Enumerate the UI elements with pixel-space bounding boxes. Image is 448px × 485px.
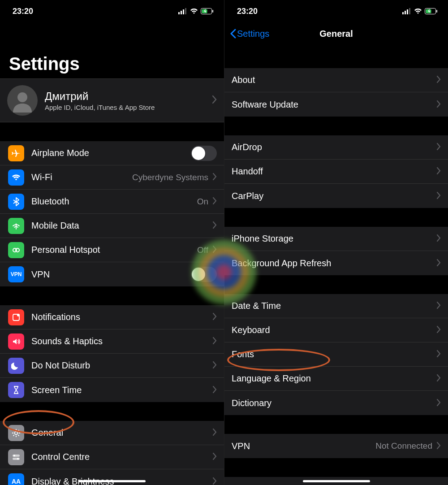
row-vpn[interactable]: VPN Not Connected	[224, 434, 448, 458]
row-storage[interactable]: iPhone Storage	[224, 227, 448, 251]
svg-point-17	[17, 458, 19, 459]
about-label: About	[232, 75, 434, 85]
avatar	[7, 85, 38, 116]
row-bluetooth[interactable]: Bluetooth On	[0, 190, 224, 214]
software-update-label: Software Update	[232, 100, 434, 110]
row-language-region[interactable]: Language & Region	[224, 367, 448, 391]
chevron-right-icon	[437, 373, 441, 384]
phone-settings: 23:20 Settings Дмитрий Apple ID, iCloud,…	[0, 0, 224, 485]
row-hotspot[interactable]: Personal Hotspot Off	[0, 238, 224, 262]
row-keyboard[interactable]: Keyboard	[224, 318, 448, 342]
status-time: 23:20	[13, 7, 33, 16]
carplay-label: CarPlay	[232, 191, 434, 201]
svg-rect-0	[178, 12, 180, 14]
svg-rect-1	[181, 11, 182, 14]
chevron-right-icon	[213, 452, 217, 462]
status-bar: 23:20	[224, 0, 448, 22]
antenna-icon	[8, 218, 24, 234]
notifications-icon	[8, 309, 24, 325]
row-bg-refresh[interactable]: Background App Refresh	[224, 251, 448, 275]
status-time: 23:20	[237, 7, 258, 16]
hotspot-value: Off	[197, 245, 208, 255]
home-indicator[interactable]	[303, 480, 370, 482]
account-row[interactable]: Дмитрий Apple ID, iCloud, iTunes & App S…	[0, 78, 224, 122]
vpn-toggle[interactable]	[191, 267, 217, 282]
chevron-right-icon	[437, 441, 441, 451]
hourglass-icon	[8, 382, 24, 398]
wifi-icon	[190, 8, 198, 14]
airplane-toggle[interactable]	[191, 146, 217, 161]
row-wifi[interactable]: Wi-Fi Cyberdyne Systems	[0, 165, 224, 190]
row-software-update[interactable]: Software Update	[224, 92, 448, 117]
row-fonts[interactable]: Fonts	[224, 342, 448, 367]
chevron-right-icon	[213, 312, 217, 322]
chevron-right-icon	[213, 196, 217, 207]
row-date-time[interactable]: Date & Time	[224, 294, 448, 318]
row-control-centre[interactable]: Control Centre	[0, 445, 224, 469]
row-airplane[interactable]: Airplane Mode	[0, 141, 224, 165]
row-sounds[interactable]: Sounds & Haptics	[0, 329, 224, 354]
group-about: About Software Update	[224, 68, 448, 117]
status-bar: 23:20	[0, 0, 224, 22]
general-label: General	[31, 428, 210, 438]
chevron-left-icon	[230, 29, 236, 39]
handoff-label: Handoff	[232, 166, 434, 177]
airplane-label: Airplane Mode	[31, 148, 191, 158]
row-screentime[interactable]: Screen Time	[0, 378, 224, 402]
status-icons	[402, 8, 437, 14]
back-button[interactable]: Settings	[230, 29, 269, 39]
row-carplay[interactable]: CarPlay	[224, 184, 448, 208]
chevron-right-icon	[213, 476, 217, 485]
svg-rect-19	[405, 11, 406, 14]
chevron-right-icon	[213, 172, 217, 182]
vpn-label: VPN	[232, 441, 375, 451]
chevron-right-icon	[437, 191, 441, 201]
mobile-data-label: Mobile Data	[31, 221, 210, 231]
row-airdrop[interactable]: AirDrop	[224, 135, 448, 160]
row-notifications[interactable]: Notifications	[0, 305, 224, 329]
nav-bar: Settings General	[224, 22, 448, 45]
airplane-icon	[8, 145, 24, 161]
row-display[interactable]: AA Display & Brightness	[0, 469, 224, 485]
row-about[interactable]: About	[224, 68, 448, 92]
row-mobile-data[interactable]: Mobile Data	[0, 214, 224, 238]
vpn-label: VPN	[31, 269, 191, 280]
dictionary-label: Dictionary	[232, 398, 434, 408]
chevron-right-icon	[437, 258, 441, 268]
cellular-icon	[402, 8, 411, 14]
gear-icon	[8, 425, 24, 441]
battery-icon	[425, 8, 437, 14]
row-dictionary[interactable]: Dictionary	[224, 391, 448, 415]
account-name: Дмитрий	[45, 90, 212, 103]
svg-rect-18	[402, 12, 404, 14]
svg-rect-21	[409, 8, 410, 14]
row-vpn[interactable]: VPN VPN	[0, 262, 224, 286]
chevron-right-icon	[437, 349, 441, 359]
vpn-icon: VPN	[8, 266, 24, 282]
group-vpn: VPN Not Connected	[224, 434, 448, 458]
fonts-label: Fonts	[232, 349, 434, 359]
moon-icon	[8, 358, 24, 374]
wifi-icon	[8, 169, 24, 186]
wifi-value: Cyberdyne Systems	[132, 173, 208, 182]
control-centre-label: Control Centre	[31, 452, 210, 462]
svg-rect-20	[407, 9, 408, 14]
group-storage: iPhone Storage Background App Refresh	[224, 227, 448, 275]
wifi-icon	[414, 8, 422, 14]
chevron-right-icon	[437, 75, 441, 85]
chevron-right-icon	[437, 325, 441, 335]
bluetooth-label: Bluetooth	[31, 196, 197, 207]
chevron-right-icon	[213, 360, 217, 371]
svg-rect-3	[185, 8, 186, 14]
sounds-icon	[8, 333, 24, 350]
row-general[interactable]: General	[0, 421, 224, 445]
chevron-right-icon	[213, 336, 217, 346]
vpn-value: Not Connected	[375, 441, 432, 451]
chevron-right-icon	[437, 398, 441, 408]
row-handoff[interactable]: Handoff	[224, 160, 448, 184]
chevron-right-icon	[437, 234, 441, 244]
chevron-right-icon	[437, 301, 441, 311]
display-icon: AA	[8, 473, 24, 485]
row-dnd[interactable]: Do Not Disturb	[0, 354, 224, 378]
home-indicator[interactable]	[78, 480, 146, 482]
